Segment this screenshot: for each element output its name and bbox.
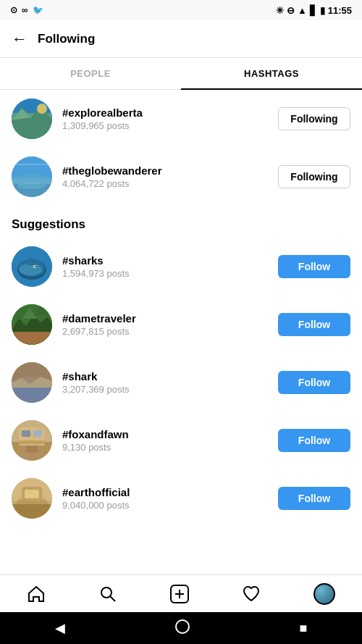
hashtag-name: #sharks [62,254,268,267]
item-info: #earthofficial 9,040,000 posts [62,486,268,511]
hashtag-posts: 4,064,722 posts [62,178,268,189]
follow-button[interactable]: Follow [278,487,350,510]
list-item: #foxandfawn 9,130 posts Follow [0,411,362,469]
bluetooth-icon: ✳ [276,5,284,16]
svg-rect-32 [22,430,30,437]
svg-point-44 [101,587,111,598]
svg-rect-35 [26,446,38,453]
list-item: #earthofficial 9,040,000 posts Follow [0,469,362,527]
hashtag-posts: 1,309,965 posts [62,120,268,131]
item-info: #sharks 1,594,973 posts [62,254,268,279]
hashtag-name: #shark [62,370,268,382]
follow-button[interactable]: Follow [278,371,350,394]
follow-button[interactable]: Follow [278,313,350,336]
hashtag-posts: 1,594,973 posts [62,268,268,279]
list-item: #sharks 1,594,973 posts Follow [0,238,362,296]
hashtag-posts: 9,040,000 posts [62,500,268,511]
signal-icon: ▋ [310,5,317,16]
hashtag-name: #earthofficial [62,486,268,498]
hashtag-name: #theglobewanderer [62,164,268,177]
follow-button[interactable]: Follow [278,255,350,278]
profile-avatar [313,583,335,598]
svg-point-14 [19,264,42,275]
hashtag-posts: 3,207,369 posts [62,384,268,395]
avatar [12,246,52,287]
header: ← Following [0,20,362,58]
svg-point-9 [17,182,46,189]
svg-rect-23 [12,332,52,345]
item-info: #foxandfawn 9,130 posts [62,428,268,453]
following-button[interactable]: Following [278,165,350,188]
list-item: #explorealberta 1,309,965 posts Followin… [0,90,362,148]
follow-button[interactable]: Follow [278,429,350,452]
minus-icon: ⊖ [287,5,295,16]
suggestions-title: Suggestions [0,206,362,238]
status-right: ✳ ⊖ ▲ ▋ ▮ 11:55 [276,5,352,16]
wifi-icon: ▲ [298,5,307,16]
item-info: #explorealberta 1,309,965 posts [62,106,268,131]
avatar [12,156,52,197]
hashtag-posts: 9,130 posts [62,442,268,453]
status-left-icons: ⊙ ∞ 🐦 [10,5,43,15]
app-icon-2: ∞ [22,5,28,15]
tab-hashtags[interactable]: HASHTAGS [181,58,362,89]
svg-rect-43 [25,490,39,498]
bottom-nav [0,574,362,597]
list-item: #dametraveler 2,697,815 posts Follow [0,296,362,354]
nav-home[interactable] [27,585,46,598]
svg-point-17 [35,266,36,267]
following-button[interactable]: Following [278,107,350,130]
app-icon-1: ⊙ [10,5,17,15]
svg-rect-34 [19,440,45,444]
item-info: #dametraveler 2,697,815 posts [62,312,268,337]
list-item: #theglobewanderer 4,064,722 posts Follow… [0,148,362,206]
twitter-icon: 🐦 [33,5,43,15]
avatar [12,420,52,461]
svg-rect-33 [33,430,42,437]
svg-rect-10 [12,164,52,165]
list-item: #shark 3,207,369 posts Follow [0,354,362,411]
svg-point-3 [37,104,47,114]
svg-rect-41 [12,504,52,519]
avatar [12,478,52,519]
tabs-container: PEOPLE HASHTAGS [0,58,362,90]
nav-search[interactable] [98,585,117,598]
hashtag-name: #foxandfawn [62,428,268,440]
tab-people[interactable]: PEOPLE [0,58,181,89]
hashtag-name: #dametraveler [62,312,268,325]
avatar [12,99,52,139]
avatar [12,304,52,345]
page-title: Following [38,32,95,46]
item-info: #shark 3,207,369 posts [62,370,268,395]
avatar [12,362,52,403]
nav-add[interactable] [170,585,189,598]
following-list: #explorealberta 1,309,965 posts Followin… [0,90,362,527]
nav-profile[interactable] [313,583,335,598]
back-button[interactable]: ← [12,30,28,49]
svg-line-45 [110,596,115,597]
time-display: 11:55 [328,5,352,16]
page-content: #explorealberta 1,309,965 posts Followin… [0,90,362,597]
battery-icon: ▮ [320,5,325,16]
svg-rect-27 [12,388,52,403]
nav-heart[interactable] [242,585,261,598]
status-bar: ⊙ ∞ 🐦 ✳ ⊖ ▲ ▋ ▮ 11:55 [0,0,362,20]
hashtag-name: #explorealberta [62,106,268,119]
item-info: #theglobewanderer 4,064,722 posts [62,164,268,189]
hashtag-posts: 2,697,815 posts [62,326,268,337]
